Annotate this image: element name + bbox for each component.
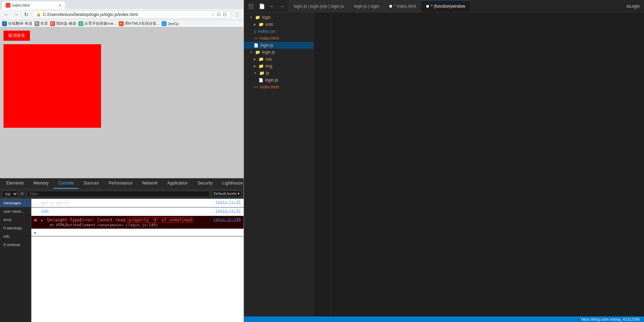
code-editor	[314, 13, 644, 316]
tree-label8: img	[266, 64, 272, 69]
expand2-icon[interactable]: ▶	[34, 230, 40, 235]
console-output: hello world login.js:41 400 login.js:42 …	[31, 199, 244, 322]
arrow-expand-icon: ▼	[250, 16, 253, 19]
tree-folder-icon[interactable]: ▶ 📁 icon	[244, 21, 313, 28]
sidebar-warnings[interactable]: 0 warnings	[0, 224, 31, 232]
back-btn[interactable]: ←	[2, 11, 11, 18]
bookmark-youdao[interactable]: Y 在线翻译-有道	[2, 21, 32, 26]
console-location-error[interactable]: login.js:149	[210, 217, 241, 222]
tab-favicon	[6, 3, 10, 8]
tab-lighthouse[interactable]: Lighthouse	[217, 178, 244, 189]
status-bar: https://blog.csdn.net/qq_41312395	[244, 316, 644, 322]
folder5-icon: 📁	[259, 64, 264, 69]
tree-file-loginjs[interactable]: 📄 login.js	[244, 42, 313, 49]
console-row-hello: hello world login.js:41	[31, 199, 244, 207]
page-content: 取消登录	[0, 27, 244, 178]
console-row-expand: ▶	[31, 229, 244, 236]
tree-label2: icon	[266, 22, 273, 27]
tree-folder-loginjs[interactable]: ▼ 📁 login.js	[244, 49, 313, 56]
folder4-icon: 📁	[259, 57, 264, 62]
bookmark-jeecp[interactable]: J JeeCp	[162, 21, 179, 26]
sidebar-verbose[interactable]: 0 verbose	[0, 241, 31, 249]
arrow3-icon: ▶	[254, 57, 256, 61]
console-filter-bar: top 👁 Default levels ▾	[0, 189, 244, 199]
browser-tab[interactable]: index.html ×	[2, 1, 65, 9]
sidebar-user-messages[interactable]: user mess...	[0, 207, 31, 215]
bookmark-vue[interactable]: V 从零开始搭建vue...	[78, 21, 117, 26]
tab-security[interactable]: Security	[193, 178, 217, 189]
console-main-area: messages user mess... error 0 warnings i…	[0, 199, 244, 322]
tab-close-btn[interactable]: ×	[59, 3, 61, 8]
jeecp-icon: J	[162, 21, 167, 26]
nav-back-icon[interactable]: ←	[268, 3, 276, 10]
expand-arrow-icon[interactable]: ▶	[41, 218, 43, 222]
tree-folder-img[interactable]: ▶ 📁 img	[244, 63, 313, 70]
tab-memory[interactable]: Memory	[29, 178, 53, 189]
error-icon: ●	[34, 218, 40, 222]
error-message-line: ▶ Uncaught TypeError: Cannot read proper…	[41, 217, 210, 223]
console-row-error: ● ▶ Uncaught TypeError: Cannot read prop…	[31, 216, 244, 229]
editor-tab-label1: login.js | login.js/js | login.js	[294, 4, 344, 9]
code-area[interactable]	[314, 13, 644, 316]
bookmark-label3: 我的盘·确道	[56, 21, 76, 26]
bookmark-html5[interactable]: H 用HTML5实现全套...	[119, 21, 160, 26]
forward-btn[interactable]: →	[12, 11, 21, 18]
editor-tab-loginjs-login[interactable]: login.js | login	[349, 0, 385, 12]
bookmark-disk[interactable]: 盘 我的盘·确道	[50, 21, 76, 26]
address-bar[interactable]: 🔒 C:/Users/lenovo/Desktop/login.js/login…	[32, 10, 231, 18]
console-context-select[interactable]: top	[2, 190, 18, 197]
tree-file-indexhtml2[interactable]: <> index.html	[244, 84, 313, 91]
console-sidebar: messages user mess... error 0 warnings i…	[0, 199, 31, 322]
tree-folder-login[interactable]: ▼ 📁 login	[244, 14, 313, 21]
bookmark-label5: 用HTML5实现全套...	[125, 21, 160, 26]
folder6-icon: 📁	[259, 71, 264, 76]
editor-tab-function[interactable]: * (function(window	[421, 0, 470, 12]
filter-level-select[interactable]: Default levels ▾	[212, 190, 242, 197]
files-icon[interactable]: 📄	[258, 3, 266, 10]
devtools-tabs-bar: Elements Memory Console Sources Performa…	[0, 178, 244, 189]
youdao-icon: Y	[2, 21, 7, 26]
tree-file-indexhtml[interactable]: <> index.html	[244, 35, 313, 42]
browser-chrome: index.html ×	[0, 0, 244, 9]
tree-label5: login.js	[260, 43, 273, 48]
editor-tab-loginjs-path[interactable]: login.js | login.js/js | login.js	[289, 0, 349, 12]
refresh-btn[interactable]: ↻	[22, 11, 30, 18]
tree-folder-js[interactable]: ▼ 📁 js	[244, 70, 313, 77]
cancel-login-btn[interactable]: 取消登录	[3, 31, 30, 41]
nav-forward-icon[interactable]: →	[278, 3, 286, 10]
line-numbers	[314, 13, 331, 316]
arrow2-icon: ▼	[250, 50, 253, 54]
tab-performance[interactable]: Performance	[104, 178, 137, 189]
file-tree: ▼ 📁 login ▶ 📁 icon {} index.css <> index…	[244, 13, 314, 316]
tree-folder-css[interactable]: ▶ 📁 css	[244, 56, 313, 63]
tree-label7: css	[266, 57, 272, 62]
bookmark-label2: 前某	[40, 21, 48, 26]
tree-label9: js	[266, 71, 269, 76]
menu-btn[interactable]: ⋮	[233, 11, 242, 18]
code-content[interactable]	[331, 13, 644, 316]
html5-icon: H	[119, 21, 124, 26]
console-text-hello: hello world	[41, 200, 212, 206]
bookmark-label: 在线翻译-有道	[8, 21, 32, 26]
folder-icon: 📁	[255, 15, 260, 20]
devtools-area: Elements Memory Console Sources Performa…	[0, 178, 244, 322]
tab-application[interactable]: Application	[162, 178, 193, 189]
tree-file-indexcss[interactable]: {} index.css	[244, 28, 313, 35]
sidebar-messages[interactable]: messages	[0, 199, 31, 207]
sidebar-error[interactable]: error	[0, 215, 31, 224]
editor-tab-index-html[interactable]: * index.html	[384, 0, 421, 12]
tab-sources[interactable]: Sources	[78, 178, 104, 189]
tree-label11: index.html	[260, 85, 279, 89]
sidebar-info[interactable]: info	[0, 232, 31, 241]
bookmark-front[interactable]: 前 前某	[34, 21, 48, 26]
console-location-400[interactable]: login.js:42	[212, 209, 241, 213]
vue-icon: V	[78, 21, 83, 26]
console-location-hello[interactable]: login.js:41	[212, 200, 241, 204]
tab-network[interactable]: Network	[137, 178, 162, 189]
filter-eye-icon[interactable]: 👁	[20, 191, 24, 196]
terminal-icon[interactable]: ⬛	[247, 3, 255, 10]
tree-file-loginjs2[interactable]: 📄 login.js	[244, 77, 313, 84]
console-filter-input[interactable]	[26, 191, 210, 197]
tab-console[interactable]: Console	[53, 178, 78, 189]
tab-elements[interactable]: Elements	[1, 178, 29, 189]
